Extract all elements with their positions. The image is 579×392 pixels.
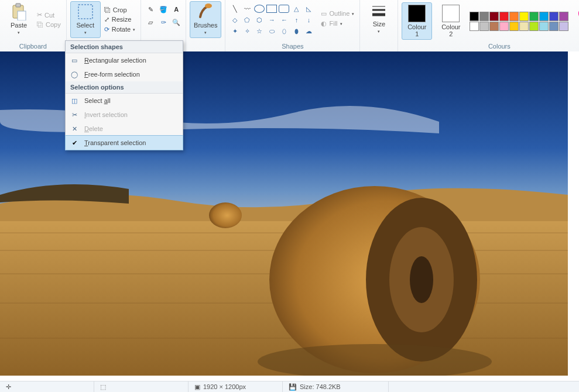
dd-freeform-selection[interactable]: ◯Free-form selection [66,67,183,81]
dd-rectangular-selection[interactable]: ▭Rectangular selection [66,53,183,67]
outline-button[interactable]: ▭Outline ▾ [319,9,356,19]
group-brushes: Brushes▾ . [186,0,225,51]
selection-size-icon: ⬚ [100,383,106,391]
group-shapes: ╲〰△◺ ◇⬠⬡→←↑↓ ✦✧☆⬭⬯⬮☁ ▭Outline ▾ ◐Fill ▾ … [225,0,360,51]
paste-label: Paste [11,22,27,29]
scissors-icon: ✂ [37,11,42,19]
eraser-tool[interactable]: ▱ [145,16,156,28]
dd-invert-selection: ✂Invert selection [66,108,183,122]
palette-swatch[interactable] [539,12,549,21]
palette-swatch[interactable] [539,22,549,31]
rotate-icon: ⟳ [104,26,109,33]
select-all-icon: ◫ [69,95,80,106]
palette-swatch[interactable] [489,22,499,31]
colour1-button[interactable]: Colour 1 [402,2,432,40]
clipboard-icon [11,3,27,20]
edit-colours-button[interactable]: E col [572,5,579,37]
svg-rect-3 [78,5,92,19]
palette-swatch[interactable] [559,12,568,21]
dd-select-all[interactable]: ◫Select all [66,94,183,108]
brush-icon [197,3,214,20]
cursor-pos-icon: ✛ [6,383,11,391]
palette-swatch[interactable] [529,12,539,21]
canvas-size-icon: ▣ [194,383,200,391]
dd-header-shapes: Selection shapes [66,41,183,53]
group-label-clipboard: Clipboard [19,42,47,51]
crop-button[interactable]: ⿻Crop [102,5,137,15]
svg-point-20 [410,256,433,303]
group-size: Size▾ . [360,0,398,51]
palette-swatch[interactable] [470,12,479,21]
palette-swatch[interactable] [509,22,519,31]
filesize-icon: 💾 [289,383,297,391]
select-button[interactable]: Select▾ [70,1,101,38]
resize-button[interactable]: ⤢Resize [102,15,137,25]
paste-button[interactable]: Paste▾ [4,1,34,38]
brushes-button[interactable]: Brushes▾ [190,1,221,38]
svg-rect-1 [16,4,20,7]
palette-swatch[interactable] [549,12,559,21]
size-button[interactable]: Size▾ [364,1,394,37]
copy-button[interactable]: ⿻Copy [35,20,63,29]
palette-swatch[interactable] [489,12,499,21]
svg-point-4 [205,4,212,8]
colour-palette[interactable] [470,12,568,31]
group-label-shapes: Shapes [282,42,303,51]
select-rect-icon [77,3,94,20]
svg-rect-2 [18,11,26,20]
palette-swatch[interactable] [529,22,539,31]
dd-header-options: Selection options [66,81,183,94]
svg-point-16 [209,202,242,228]
group-label-colours: Colours [488,42,511,51]
colour2-swatch [442,5,460,22]
resize-icon: ⤢ [104,16,109,23]
invert-icon: ✂ [69,109,80,120]
check-icon: ✔ [69,137,80,148]
magnify-tool[interactable]: 🔍 [170,16,182,28]
rotate-button[interactable]: ⟳Rotate ▾ [102,25,137,35]
group-colours: Colour 1 Colour 2 E col Colours [398,0,579,51]
select-dropdown: Selection shapes ▭Rectangular selection … [65,40,183,150]
fill-icon: ◐ [321,20,327,27]
colour1-swatch [408,5,426,22]
size-icon [371,3,387,19]
palette-swatch[interactable] [499,22,509,31]
dd-delete: ✕Delete [66,122,183,136]
dd-transparent-selection[interactable]: ✔Transparent selection [65,135,183,150]
freeform-icon: ◯ [69,69,80,80]
rect-selection-icon: ▭ [69,55,80,66]
text-tool[interactable]: A [170,4,182,15]
palette-swatch[interactable] [479,12,489,21]
palette-swatch[interactable] [549,22,559,31]
palette-swatch[interactable] [470,22,479,31]
status-bar: ✛ ⬚ ▣1920 × 1200px 💾Size: 748.2KB [0,381,579,392]
copy-icon: ⿻ [37,21,43,28]
canvas-dimensions: 1920 × 1200px [203,383,246,390]
outline-icon: ▭ [321,10,327,18]
crop-icon: ⿻ [104,6,111,13]
palette-swatch[interactable] [519,22,529,31]
fill-button[interactable]: ◐Fill ▾ [319,19,356,29]
picker-tool[interactable]: ✑ [157,16,169,28]
palette-swatch[interactable] [509,12,519,21]
colour2-button[interactable]: Colour 2 [436,2,466,40]
palette-swatch[interactable] [559,22,568,31]
shapes-gallery[interactable]: ╲〰△◺ ◇⬠⬡→←↑↓ ✦✧☆⬭⬯⬮☁ [229,3,314,36]
palette-swatch[interactable] [499,12,509,21]
delete-icon: ✕ [69,123,80,134]
palette-swatch[interactable] [519,12,529,21]
bucket-tool[interactable]: 🪣 [157,4,169,15]
group-clipboard: Paste▾ ✂Cut ⿻Copy Clipboard [0,0,67,51]
palette-swatch[interactable] [479,22,489,31]
cut-button[interactable]: ✂Cut [35,10,63,20]
pencil-tool[interactable]: ✎ [145,4,156,15]
file-size: Size: 748.2KB [300,383,341,390]
